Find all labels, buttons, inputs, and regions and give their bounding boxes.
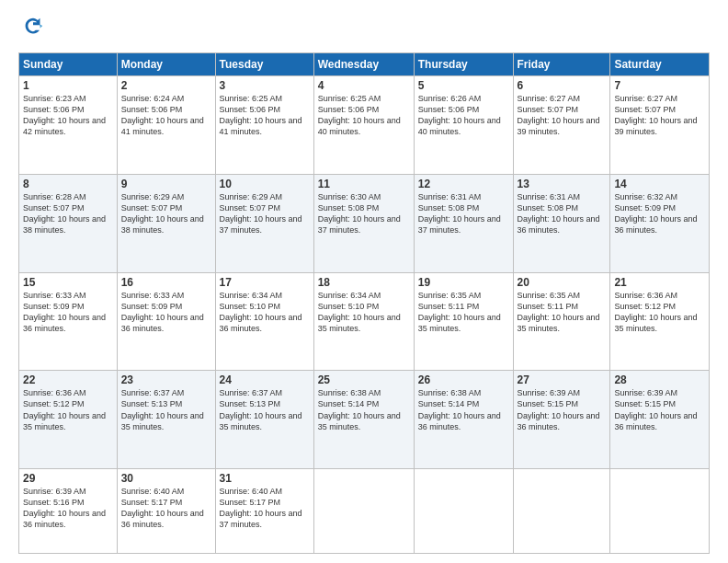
calendar-cell: 7Sunrise: 6:27 AMSunset: 5:07 PMDaylight…: [610, 76, 710, 175]
day-info: Sunrise: 6:34 AMSunset: 5:10 PMDaylight:…: [220, 290, 310, 335]
day-number: 19: [418, 276, 509, 289]
day-number: 28: [614, 373, 705, 386]
day-number: 25: [318, 373, 410, 386]
day-info: Sunrise: 6:40 AMSunset: 5:17 PMDaylight:…: [220, 486, 310, 531]
calendar-cell: 21Sunrise: 6:36 AMSunset: 5:12 PMDayligh…: [610, 272, 710, 371]
logo: [18, 14, 46, 43]
weekday-header: Sunday: [19, 53, 118, 76]
day-info: Sunrise: 6:38 AMSunset: 5:14 PMDaylight:…: [318, 387, 410, 432]
day-info: Sunrise: 6:26 AMSunset: 5:06 PMDaylight:…: [418, 93, 509, 138]
day-number: 5: [418, 79, 509, 92]
calendar-header-row: SundayMondayTuesdayWednesdayThursdayFrid…: [19, 53, 710, 76]
calendar-cell: 29Sunrise: 6:39 AMSunset: 5:16 PMDayligh…: [19, 469, 118, 554]
calendar-cell: 23Sunrise: 6:37 AMSunset: 5:13 PMDayligh…: [117, 371, 215, 469]
day-info: Sunrise: 6:39 AMSunset: 5:15 PMDaylight:…: [518, 387, 607, 432]
day-info: Sunrise: 6:40 AMSunset: 5:17 PMDaylight:…: [121, 486, 211, 531]
calendar-cell: [610, 469, 710, 554]
calendar-cell: 18Sunrise: 6:34 AMSunset: 5:10 PMDayligh…: [313, 272, 414, 371]
day-number: 6: [518, 79, 607, 92]
header: [18, 14, 710, 43]
weekday-header: Friday: [513, 53, 610, 76]
calendar-cell: 30Sunrise: 6:40 AMSunset: 5:17 PMDayligh…: [117, 469, 215, 554]
day-number: 31: [220, 472, 310, 485]
day-number: 26: [418, 373, 509, 386]
calendar-table: SundayMondayTuesdayWednesdayThursdayFrid…: [18, 52, 710, 554]
calendar-cell: 12Sunrise: 6:31 AMSunset: 5:08 PMDayligh…: [414, 174, 513, 272]
calendar-cell: 28Sunrise: 6:39 AMSunset: 5:15 PMDayligh…: [610, 371, 710, 469]
day-info: Sunrise: 6:27 AMSunset: 5:07 PMDaylight:…: [518, 93, 607, 138]
calendar-cell: 10Sunrise: 6:29 AMSunset: 5:07 PMDayligh…: [215, 174, 313, 272]
day-info: Sunrise: 6:36 AMSunset: 5:12 PMDaylight:…: [614, 290, 705, 335]
logo-icon: [20, 14, 46, 40]
calendar-cell: 1Sunrise: 6:23 AMSunset: 5:06 PMDaylight…: [19, 76, 118, 175]
calendar-cell: 9Sunrise: 6:29 AMSunset: 5:07 PMDaylight…: [117, 174, 215, 272]
day-info: Sunrise: 6:39 AMSunset: 5:15 PMDaylight:…: [614, 387, 705, 432]
calendar-cell: 11Sunrise: 6:30 AMSunset: 5:08 PMDayligh…: [313, 174, 414, 272]
calendar-cell: 4Sunrise: 6:25 AMSunset: 5:06 PMDaylight…: [313, 76, 414, 175]
calendar-cell: 14Sunrise: 6:32 AMSunset: 5:09 PMDayligh…: [610, 174, 710, 272]
day-number: 12: [418, 178, 509, 190]
day-number: 22: [23, 373, 113, 386]
weekday-header: Thursday: [414, 53, 513, 76]
calendar-cell: 26Sunrise: 6:38 AMSunset: 5:14 PMDayligh…: [414, 371, 513, 469]
day-info: Sunrise: 6:25 AMSunset: 5:06 PMDaylight:…: [318, 93, 410, 138]
day-number: 21: [614, 276, 705, 289]
calendar-cell: 19Sunrise: 6:35 AMSunset: 5:11 PMDayligh…: [414, 272, 513, 371]
day-info: Sunrise: 6:23 AMSunset: 5:06 PMDaylight:…: [23, 93, 113, 138]
day-number: 2: [121, 79, 211, 92]
calendar-cell: 31Sunrise: 6:40 AMSunset: 5:17 PMDayligh…: [215, 469, 313, 554]
calendar-cell: [414, 469, 513, 554]
day-number: 11: [318, 178, 410, 190]
weekday-header: Tuesday: [215, 53, 313, 76]
day-info: Sunrise: 6:39 AMSunset: 5:16 PMDaylight:…: [23, 486, 113, 531]
weekday-header: Monday: [117, 53, 215, 76]
day-info: Sunrise: 6:36 AMSunset: 5:12 PMDaylight:…: [23, 387, 113, 432]
day-number: 24: [220, 373, 310, 386]
day-info: Sunrise: 6:37 AMSunset: 5:13 PMDaylight:…: [220, 387, 310, 432]
day-info: Sunrise: 6:35 AMSunset: 5:11 PMDaylight:…: [518, 290, 607, 335]
day-info: Sunrise: 6:31 AMSunset: 5:08 PMDaylight:…: [518, 191, 607, 236]
day-number: 17: [220, 276, 310, 289]
calendar-cell: 24Sunrise: 6:37 AMSunset: 5:13 PMDayligh…: [215, 371, 313, 469]
day-info: Sunrise: 6:34 AMSunset: 5:10 PMDaylight:…: [318, 290, 410, 335]
day-number: 16: [121, 276, 211, 289]
day-info: Sunrise: 6:38 AMSunset: 5:14 PMDaylight:…: [418, 387, 509, 432]
day-number: 3: [220, 79, 310, 92]
day-info: Sunrise: 6:25 AMSunset: 5:06 PMDaylight:…: [220, 93, 310, 138]
day-number: 13: [518, 178, 607, 190]
calendar-cell: 2Sunrise: 6:24 AMSunset: 5:06 PMDaylight…: [117, 76, 215, 175]
day-info: Sunrise: 6:35 AMSunset: 5:11 PMDaylight:…: [418, 290, 509, 335]
day-number: 4: [318, 79, 410, 92]
day-info: Sunrise: 6:29 AMSunset: 5:07 PMDaylight:…: [121, 191, 211, 236]
weekday-header: Wednesday: [313, 53, 414, 76]
day-info: Sunrise: 6:33 AMSunset: 5:09 PMDaylight:…: [121, 290, 211, 335]
calendar-cell: 3Sunrise: 6:25 AMSunset: 5:06 PMDaylight…: [215, 76, 313, 175]
day-info: Sunrise: 6:27 AMSunset: 5:07 PMDaylight:…: [614, 93, 705, 138]
day-number: 30: [121, 472, 211, 485]
day-number: 14: [614, 178, 705, 190]
day-info: Sunrise: 6:28 AMSunset: 5:07 PMDaylight:…: [23, 191, 113, 236]
calendar-cell: 6Sunrise: 6:27 AMSunset: 5:07 PMDaylight…: [513, 76, 610, 175]
day-number: 1: [23, 79, 113, 92]
day-number: 7: [614, 79, 705, 92]
calendar-cell: 20Sunrise: 6:35 AMSunset: 5:11 PMDayligh…: [513, 272, 610, 371]
day-number: 18: [318, 276, 410, 289]
day-number: 9: [121, 178, 211, 190]
day-info: Sunrise: 6:30 AMSunset: 5:08 PMDaylight:…: [318, 191, 410, 236]
calendar-cell: [513, 469, 610, 554]
calendar-cell: [313, 469, 414, 554]
calendar-cell: 8Sunrise: 6:28 AMSunset: 5:07 PMDaylight…: [19, 174, 118, 272]
calendar-cell: 27Sunrise: 6:39 AMSunset: 5:15 PMDayligh…: [513, 371, 610, 469]
day-number: 29: [23, 472, 113, 485]
page: SundayMondayTuesdayWednesdayThursdayFrid…: [0, 0, 728, 563]
calendar-cell: 17Sunrise: 6:34 AMSunset: 5:10 PMDayligh…: [215, 272, 313, 371]
calendar-cell: 22Sunrise: 6:36 AMSunset: 5:12 PMDayligh…: [19, 371, 118, 469]
day-info: Sunrise: 6:29 AMSunset: 5:07 PMDaylight:…: [220, 191, 310, 236]
day-info: Sunrise: 6:24 AMSunset: 5:06 PMDaylight:…: [121, 93, 211, 138]
day-number: 15: [23, 276, 113, 289]
day-number: 27: [518, 373, 607, 386]
day-number: 23: [121, 373, 211, 386]
day-info: Sunrise: 6:32 AMSunset: 5:09 PMDaylight:…: [614, 191, 705, 236]
weekday-header: Saturday: [610, 53, 710, 76]
calendar-cell: 13Sunrise: 6:31 AMSunset: 5:08 PMDayligh…: [513, 174, 610, 272]
